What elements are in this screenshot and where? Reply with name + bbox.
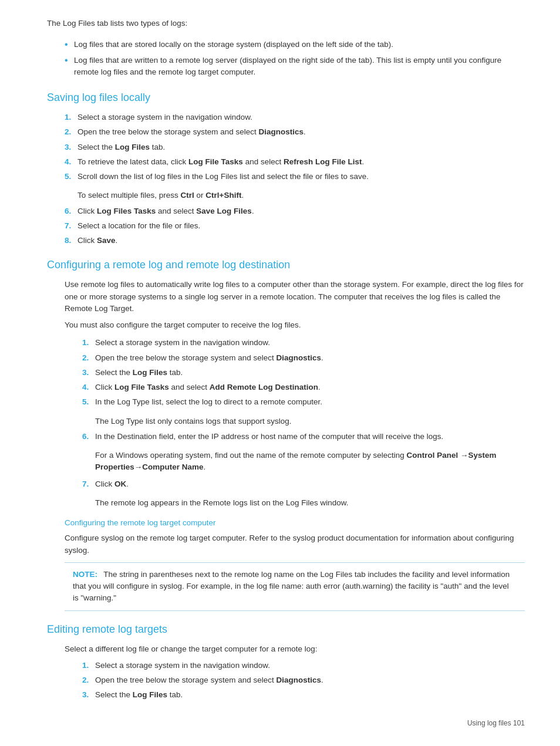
step-num: 2. — [82, 352, 95, 364]
intro-bullet-1: Log files that are stored locally on the… — [65, 39, 525, 50]
step-content: Open the tree below the storage system a… — [77, 126, 525, 138]
saving-step-8: 8. Click Save. — [65, 235, 525, 247]
section-editing-heading: Editing remote log targets — [47, 622, 525, 637]
saving-step-4: 4. To retrieve the latest data, click Lo… — [65, 156, 525, 168]
saving-step-1: 1. Select a storage system in the naviga… — [65, 112, 525, 123]
intro-bullets: Log files that are stored locally on the… — [65, 39, 525, 78]
step-content: Scroll down the list of log files in the… — [77, 171, 525, 183]
saving-steps: 1. Select a storage system in the naviga… — [65, 112, 525, 183]
sub-heading-remote-log-target: Configuring the remote log target comput… — [65, 517, 525, 529]
saving-steps-2: 6. Click Log Files Tasks and select Save… — [65, 205, 525, 247]
section-configuring-heading: Configuring a remote log and remote log … — [47, 257, 525, 273]
step-content: Select a location for the file or files. — [77, 220, 525, 232]
configuring-step-3: 3. Select the Log Files tab. — [82, 367, 525, 379]
editing-steps: 1. Select a storage system in the naviga… — [82, 660, 525, 701]
step-content: Click Log Files Tasks and select Save Lo… — [77, 205, 525, 217]
configuring-step7-note: The remote log appears in the Remote log… — [95, 497, 525, 509]
step-content: Click Save. — [77, 235, 525, 247]
configuring-step6-windows-note: For a Windows operating system, find out… — [95, 450, 525, 474]
editing-step-1: 1. Select a storage system in the naviga… — [82, 660, 525, 671]
step-num: 6. — [82, 431, 95, 443]
intro-bullet-2: Log files that are written to a remote l… — [65, 55, 525, 79]
saving-step-5: 5. Scroll down the list of log files in … — [65, 171, 525, 183]
intro-text: The Log Files tab lists two types of log… — [47, 18, 525, 29]
step-num: 2. — [82, 674, 95, 686]
editing-body: Select a different log file or change th… — [65, 643, 525, 701]
step-content: To retrieve the latest data, click Log F… — [77, 156, 525, 168]
step-content: Select the Log Files tab. — [95, 367, 525, 379]
note-text: The string in parentheses next to the re… — [73, 570, 510, 603]
configuring-step-7: 7. Click OK. — [82, 478, 525, 490]
step-num: 3. — [82, 689, 95, 701]
editing-intro: Select a different log file or change th… — [65, 643, 525, 655]
editing-step-3: 3. Select the Log Files tab. — [82, 689, 525, 701]
saving-step-2: 2. Open the tree below the storage syste… — [65, 126, 525, 138]
step-num: 4. — [65, 156, 77, 168]
note-label: NOTE: — [73, 570, 97, 579]
section-editing: Editing remote log targets Select a diff… — [47, 622, 525, 701]
step-content: Select the Log Files tab. — [77, 141, 525, 153]
step-num: 1. — [82, 660, 95, 671]
configuring-steps-2: 6. In the Destination field, enter the I… — [82, 431, 525, 443]
configuring-steps: 1. Select a storage system in the naviga… — [82, 337, 525, 408]
step-content: In the Log Type list, select the log to … — [95, 396, 525, 408]
configuring-step-2: 2. Open the tree below the storage syste… — [82, 352, 525, 364]
configuring-step-6: 6. In the Destination field, enter the I… — [82, 431, 525, 443]
step-content: Open the tree below the storage system a… — [95, 674, 525, 686]
step-num: 3. — [82, 367, 95, 379]
step-num: 5. — [82, 396, 95, 408]
section-saving: Saving log files locally 1. Select a sto… — [47, 90, 525, 247]
step-num: 6. — [65, 205, 77, 217]
section-configuring: Configuring a remote log and remote log … — [47, 257, 525, 610]
step-num: 1. — [82, 337, 95, 349]
step-num: 7. — [82, 478, 95, 490]
configuring-step-5: 5. In the Log Type list, select the log … — [82, 396, 525, 408]
configuring-step-1: 1. Select a storage system in the naviga… — [82, 337, 525, 349]
configuring-intro1: Use remote log files to automatically wr… — [65, 279, 525, 315]
step5-note: To select multiple files, press Ctrl or … — [77, 190, 525, 201]
step-num: 7. — [65, 220, 77, 232]
configuring-intro2: You must also configure the target compu… — [65, 319, 525, 331]
configuring-steps-3: 7. Click OK. — [82, 478, 525, 490]
configuring-step5-note: The Log Type list only contains logs tha… — [95, 416, 525, 427]
step-content: Click OK. — [95, 478, 525, 490]
step-num: 1. — [65, 112, 77, 123]
saving-step-3: 3. Select the Log Files tab. — [65, 141, 525, 153]
step-num: 4. — [82, 382, 95, 393]
saving-step-7: 7. Select a location for the file or fil… — [65, 220, 525, 232]
step-content: Select a storage system in the navigatio… — [95, 660, 525, 671]
step-num: 8. — [65, 235, 77, 247]
page-footer: Using log files 101 — [467, 718, 525, 728]
step-content: In the Destination field, enter the IP a… — [95, 431, 525, 443]
note-box: NOTE: The string in parentheses next to … — [65, 562, 525, 611]
step-content: Select a storage system in the navigatio… — [95, 337, 525, 349]
step-num: 2. — [65, 126, 77, 138]
step-num: 5. — [65, 171, 77, 183]
step-content: Open the tree below the storage system a… — [95, 352, 525, 364]
step-content: Select the Log Files tab. — [95, 689, 525, 701]
section-saving-heading: Saving log files locally — [47, 90, 525, 106]
step-num: 3. — [65, 141, 77, 153]
saving-step-6: 6. Click Log Files Tasks and select Save… — [65, 205, 525, 217]
step-content: Click Log File Tasks and select Add Remo… — [95, 382, 525, 393]
configuring-step-4: 4. Click Log File Tasks and select Add R… — [82, 382, 525, 393]
step-content: Select a storage system in the navigatio… — [77, 112, 525, 123]
editing-step-2: 2. Open the tree below the storage syste… — [82, 674, 525, 686]
configuring-body: Use remote log files to automatically wr… — [65, 279, 525, 610]
sub-heading-remote-log-body: Configure syslog on the remote log targe… — [65, 532, 525, 556]
